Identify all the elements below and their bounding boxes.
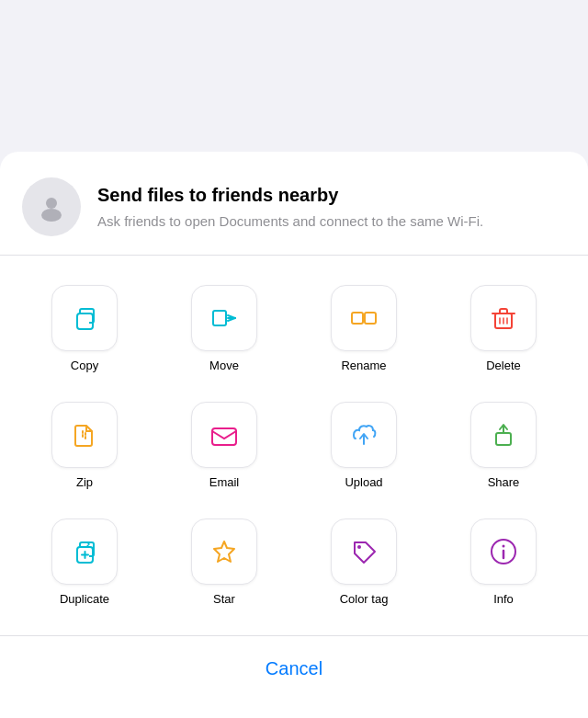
svg-point-25 (357, 545, 361, 549)
rename-label: Rename (341, 359, 386, 372)
action-star[interactable]: Star (154, 507, 294, 617)
copy-label: Copy (71, 359, 98, 372)
star-label: Star (213, 592, 235, 606)
svg-rect-3 (213, 311, 226, 325)
header-subtitle: Ask friends to open Documents and connec… (97, 211, 566, 231)
rename-icon-box (331, 285, 397, 351)
action-rename[interactable]: Rename (294, 274, 434, 383)
rename-icon (347, 302, 380, 335)
color-tag-icon-box (331, 519, 397, 585)
svg-point-1 (41, 209, 62, 222)
action-email[interactable]: Email (154, 391, 294, 500)
duplicate-icon-box (51, 519, 118, 585)
move-icon (208, 302, 241, 335)
star-icon-box (191, 519, 257, 585)
delete-icon-box (470, 285, 537, 351)
action-copy[interactable]: Copy (15, 274, 154, 383)
move-icon-box (191, 285, 257, 351)
copy-icon-box (51, 285, 118, 351)
svg-point-28 (503, 545, 505, 548)
delete-label: Delete (486, 359, 521, 372)
star-icon (208, 535, 241, 568)
avatar-icon (36, 191, 67, 222)
upload-label: Upload (345, 475, 382, 489)
email-icon-box (191, 402, 257, 468)
svg-rect-2 (77, 313, 93, 329)
action-share[interactable]: Share (434, 391, 573, 500)
action-color-tag[interactable]: Color tag (294, 507, 434, 617)
cancel-button[interactable]: Cancel (229, 645, 359, 692)
color-tag-icon (347, 535, 380, 568)
svg-rect-19 (496, 433, 511, 445)
svg-point-0 (46, 198, 57, 209)
upload-icon (347, 418, 380, 451)
color-tag-label: Color tag (340, 592, 389, 606)
header-title: Send files to friends nearby (97, 184, 566, 206)
zip-icon (68, 418, 101, 451)
svg-rect-6 (365, 313, 376, 324)
action-duplicate[interactable]: Duplicate (15, 507, 154, 617)
info-icon (487, 535, 520, 568)
avatar (22, 177, 81, 236)
upload-icon-box (331, 402, 397, 468)
delete-icon (487, 302, 520, 335)
svg-rect-5 (352, 313, 363, 324)
share-icon (487, 418, 520, 451)
move-label: Move (209, 359, 239, 372)
duplicate-icon (68, 535, 101, 568)
actions-grid: Copy Move Rename (0, 256, 588, 635)
header: Send files to friends nearby Ask friends… (0, 152, 588, 256)
action-zip[interactable]: Zip (15, 391, 154, 500)
action-info[interactable]: Info (434, 507, 573, 617)
action-sheet: Send files to friends nearby Ask friends… (0, 152, 588, 718)
copy-icon (68, 302, 101, 335)
cancel-section: Cancel (0, 635, 588, 718)
email-label: Email (209, 475, 240, 489)
zip-label: Zip (76, 475, 93, 489)
share-label: Share (488, 475, 520, 489)
share-icon-box (470, 402, 537, 468)
info-label: Info (493, 592, 514, 606)
action-upload[interactable]: Upload (294, 391, 434, 500)
svg-rect-17 (212, 428, 236, 445)
svg-marker-24 (214, 541, 234, 562)
zip-icon-box (51, 402, 118, 468)
duplicate-label: Duplicate (60, 592, 109, 606)
header-text: Send files to friends nearby Ask friends… (97, 184, 566, 231)
email-icon (208, 418, 241, 451)
action-delete[interactable]: Delete (434, 274, 573, 383)
info-icon-box (470, 519, 537, 585)
action-move[interactable]: Move (154, 274, 294, 383)
